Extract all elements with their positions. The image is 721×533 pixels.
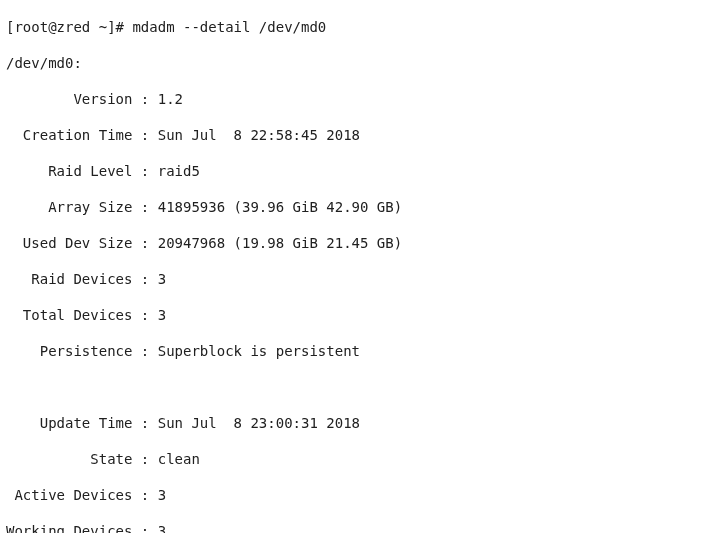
field-total-devices: Total Devices : 3 — [6, 306, 715, 324]
field-working-devices: Working Devices : 3 — [6, 522, 715, 533]
field-active-devices: Active Devices : 3 — [6, 486, 715, 504]
prompt-line: [root@zred ~]# mdadm --detail /dev/md0 — [6, 18, 715, 36]
blank-line — [6, 378, 715, 396]
field-array-size: Array Size : 41895936 (39.96 GiB 42.90 G… — [6, 198, 715, 216]
field-used-dev-size: Used Dev Size : 20947968 (19.98 GiB 21.4… — [6, 234, 715, 252]
terminal-output: [root@zred ~]# mdadm --detail /dev/md0 /… — [0, 0, 721, 533]
field-version: Version : 1.2 — [6, 90, 715, 108]
field-state: State : clean — [6, 450, 715, 468]
field-update-time: Update Time : Sun Jul 8 23:00:31 2018 — [6, 414, 715, 432]
field-persistence: Persistence : Superblock is persistent — [6, 342, 715, 360]
device-line: /dev/md0: — [6, 54, 715, 72]
field-raid-level: Raid Level : raid5 — [6, 162, 715, 180]
field-raid-devices: Raid Devices : 3 — [6, 270, 715, 288]
field-creation-time: Creation Time : Sun Jul 8 22:58:45 2018 — [6, 126, 715, 144]
